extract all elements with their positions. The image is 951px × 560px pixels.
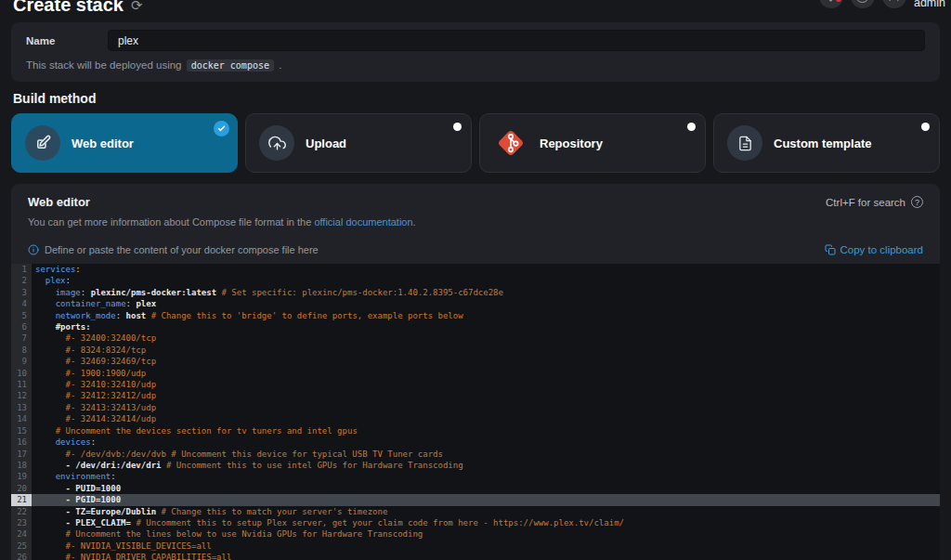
define-hint: Define or paste the content of your dock… [28,244,319,255]
code-line: 20 - PUID=1000 [11,483,940,494]
copy-to-clipboard-button[interactable]: Copy to clipboard [825,244,924,255]
code-line: 26 #- NVIDIA_DRIVER_CAPABILITIES=all [11,552,940,560]
line-number: 17 [11,449,32,460]
code-line: 18 - /dev/dri:/dev/dri # Uncomment this … [11,460,940,471]
line-number: 1 [11,264,32,275]
code-editor[interactable]: 1services:2 plex:3 image: plexinc/pms-do… [11,264,940,560]
web-editor-section: Web editor Ctrl+F for search ? You can g… [11,184,940,560]
code-line: 5 network_mode: host # Change this to 'b… [11,310,940,321]
official-documentation-link[interactable]: official documentation [314,216,412,228]
build-method-options: Web editor Upload [11,113,940,173]
notifications-button[interactable] [819,0,843,8]
topbar: Create stack ⟳ ? admin [0,0,951,17]
file-text-icon [727,125,762,161]
line-number: 22 [11,506,32,517]
selected-check-icon [214,121,229,137]
line-number: 5 [11,310,32,321]
web-editor-header: Web editor Ctrl+F for search ? [28,195,923,209]
line-number: 3 [11,287,32,298]
line-number: 8 [11,345,32,356]
header-actions: ? admin [819,0,945,9]
line-number: 2 [11,275,32,286]
code-line: 9 #- 32469:32469/tcp [11,356,940,367]
copy-label: Copy to clipboard [840,244,924,255]
method-label: Repository [540,137,603,150]
deploy-note: This stack will be deployed using docker… [26,59,925,71]
line-number: 24 [11,528,32,540]
search-hint-text: Ctrl+F for search [826,197,905,208]
search-hint: Ctrl+F for search ? [826,196,923,208]
user-button[interactable] [882,0,906,8]
code-line: 25 #- NVIDIA_VISIBLE_DEVICES=all [11,540,940,552]
line-number: 13 [11,402,32,413]
method-web-editor[interactable]: Web editor [11,113,238,173]
code-line: 6 #ports: [11,321,940,332]
code-line: 19 environment: [11,471,940,482]
code-line: 10 #- 1900:1900/udp [11,368,940,379]
code-line: 3 image: plexinc/pms-docker:latest # Set… [11,287,940,298]
search-help-icon[interactable]: ? [911,196,923,208]
username-label[interactable]: admin [914,0,945,9]
radio-unselected-icon [687,123,696,131]
line-number: 19 [11,471,32,482]
compose-info: You can get more information about Compo… [28,216,923,228]
method-label: Web editor [72,137,134,150]
radio-unselected-icon [453,123,462,131]
code-line: 22 - TZ=Europe/Dublin # Change this to m… [11,506,940,517]
line-number: 21 [11,494,32,505]
code-line: 1services: [11,264,940,275]
code-line: 15 # Uncomment the devices section for t… [11,425,940,436]
define-hint-text: Define or paste the content of your dock… [45,244,319,255]
name-row: Name [26,30,925,51]
code-line: 24 # Uncomment the lines below to use Nv… [11,528,940,540]
line-number: 12 [11,390,32,401]
page-title: Create stack ⟳ [13,0,938,16]
line-number: 6 [11,321,32,332]
notification-badge [836,0,841,2]
help-button[interactable]: ? [851,0,875,8]
build-method-heading: Build method [13,91,938,106]
line-number: 14 [11,413,32,424]
name-label: Name [26,35,108,46]
line-number: 7 [11,332,32,344]
code-line: 16 devices: [11,436,940,448]
refresh-icon[interactable]: ⟳ [131,0,143,14]
compose-info-prefix: You can get more information about Compo… [28,216,311,228]
method-custom-template[interactable]: Custom template [713,113,940,173]
name-input[interactable] [108,30,925,51]
code-line: 23 - PLEX_CLAIM= # Uncomment this to set… [11,517,940,528]
method-repository[interactable]: Repository [479,113,706,173]
code-line: 11 #- 32410:32410/udp [11,379,940,390]
line-number: 15 [11,425,32,436]
code-line: 8 #- 8324:8324/tcp [11,345,940,356]
code-line: 14 #- 32414:32414/udp [11,413,940,424]
line-number: 26 [11,552,32,560]
code-line: 4 container_name: plex [11,298,940,309]
deploy-note-suffix: . [279,59,281,71]
deploy-note-code: docker compose [187,59,274,72]
edit-icon [25,125,60,161]
deploy-note-prefix: This stack will be deployed using [26,59,181,71]
line-number: 9 [11,356,32,367]
code-line: 13 #- 32413:32413/udp [11,402,940,413]
help-icon: ? [855,0,869,3]
web-editor-title: Web editor [28,195,90,209]
line-number: 20 [11,483,32,494]
copy-icon [825,244,836,255]
page-title-text: Create stack [13,0,124,16]
method-label: Custom template [774,137,871,150]
compose-info-suffix: . [413,216,416,228]
code-line: 2 plex: [11,275,940,286]
line-number: 25 [11,540,32,552]
upload-cloud-icon [259,125,294,161]
main-content: Name This stack will be deployed using d… [0,17,951,560]
code-line: 21 - PGID=1000 [11,494,940,505]
code-line: 7 #- 32400:32400/tcp [11,332,940,344]
info-icon [28,244,39,255]
code-line: 17 #- /dev/dvb:/dev/dvb # Uncomment this… [11,449,940,460]
line-number: 10 [11,368,32,379]
git-icon [493,125,528,161]
line-number: 23 [11,517,32,528]
method-upload[interactable]: Upload [245,113,472,173]
line-number: 18 [11,460,32,471]
